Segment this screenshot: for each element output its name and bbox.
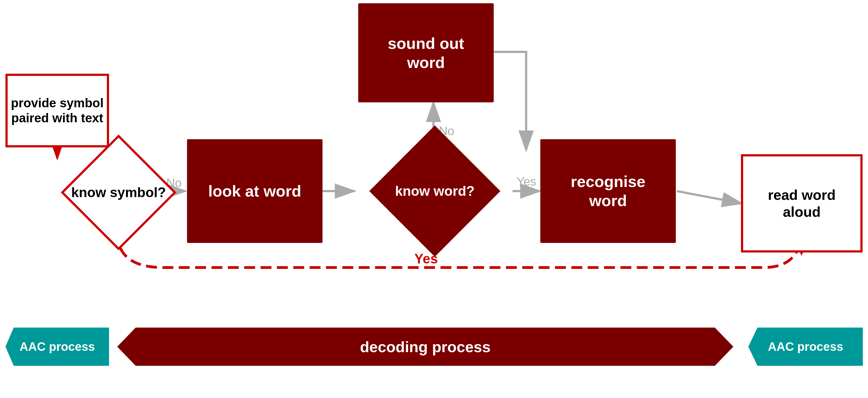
read-word-aloud-box: read word aloud (741, 154, 863, 253)
aac-process-left: AAC process (5, 328, 109, 366)
look-at-word-box: look at word (187, 139, 322, 243)
svg-line-8 (677, 191, 742, 203)
diagram-container: No No Yes Yes provide symbol paired with… (0, 0, 868, 398)
aac-process-right: AAC process (748, 328, 863, 366)
provide-symbol-box: provide symbol paired with text (5, 74, 109, 147)
svg-text:Yes: Yes (517, 175, 536, 188)
know-word-diamond: know word? (352, 142, 518, 240)
sound-out-word-box: sound out word (358, 3, 494, 102)
decoding-process-arrow: decoding process (117, 328, 733, 366)
know-symbol-diamond: know symbol? (42, 151, 195, 233)
recognise-word-box: recognise word (540, 139, 676, 243)
